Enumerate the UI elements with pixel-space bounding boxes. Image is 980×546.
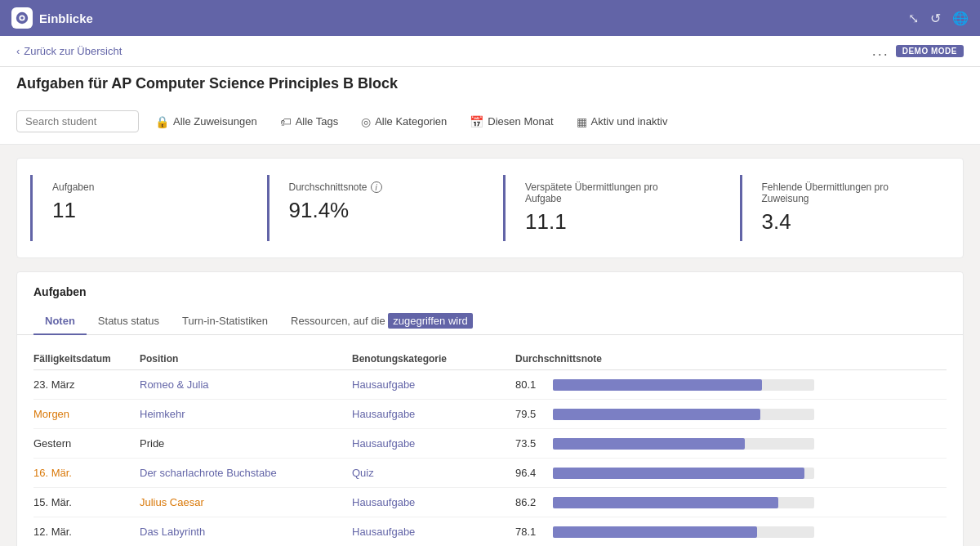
- demo-badge: DEMO MODE: [896, 45, 964, 57]
- table-row: 15. Mär. Julius Caesar Hausaufgabe 86.2: [33, 488, 947, 517]
- cell-avg: 79.5: [515, 408, 947, 420]
- table-row: 16. Mär. Der scharlachrote Buchstabe Qui…: [33, 459, 947, 488]
- cell-name[interactable]: Pride: [140, 437, 352, 450]
- cell-name[interactable]: Heimkehr: [140, 408, 352, 420]
- bar-track: [553, 379, 814, 391]
- cell-date: 23. März: [33, 378, 140, 391]
- filter-this-month-label: Diesen Monat: [488, 115, 553, 128]
- bar-value: 78.1: [515, 526, 546, 538]
- stat-label-0: Aufgaben: [52, 181, 221, 193]
- back-link[interactable]: ‹ Zurück zur Übersicht: [16, 45, 122, 57]
- top-bar-right: ⤡ ↺ 🌐: [908, 11, 969, 26]
- cell-category: Hausaufgabe: [352, 378, 515, 391]
- bar-fill: [553, 438, 745, 450]
- tag-icon: 🏷: [280, 115, 292, 128]
- cell-date: Morgen: [33, 408, 140, 420]
- top-bar: Einblicke ⤡ ↺ 🌐: [0, 0, 980, 36]
- top-bar-left: Einblicke: [11, 7, 93, 29]
- cell-name[interactable]: Romeo & Julia: [140, 378, 352, 391]
- table-row: 23. März Romeo & Julia Hausaufgabe 80.1: [33, 370, 947, 400]
- assignments-section-title: Aufgaben: [17, 285, 963, 308]
- col-header-category: Benotungskategorie: [352, 353, 515, 365]
- stat-value-3: 3.4: [762, 209, 931, 235]
- stat-card-0: Aufgaben 11: [30, 175, 241, 241]
- table-header: Fälligkeitsdatum Position Benotungskateg…: [33, 348, 947, 370]
- bar-track: [553, 409, 814, 420]
- filter-all-categories-label: Alle Kategorien: [375, 115, 447, 128]
- cell-name[interactable]: Julius Caesar: [140, 496, 352, 508]
- sub-header: ‹ Zurück zur Übersicht ... DEMO MODE: [0, 36, 980, 67]
- stat-card-1: Durchschnittsnote i 91.4%: [267, 175, 478, 241]
- filter-all-tags-label: Alle Tags: [296, 115, 339, 128]
- table-container: Fälligkeitsdatum Position Benotungskateg…: [17, 348, 963, 546]
- page-header: Aufgaben für AP Computer Science Princip…: [0, 67, 980, 102]
- search-input[interactable]: [16, 110, 139, 132]
- cell-category: Quiz: [352, 467, 515, 479]
- page-title: Aufgaben für AP Computer Science Princip…: [16, 75, 964, 102]
- filter-active-inactive[interactable]: ▦ Aktiv und inaktiv: [570, 112, 675, 132]
- table-body: 23. März Romeo & Julia Hausaufgabe 80.1 …: [33, 370, 947, 546]
- back-chevron-icon: ‹: [16, 45, 20, 57]
- stat-value-2: 11.1: [525, 209, 694, 235]
- bar-track: [553, 497, 814, 508]
- category-icon: ◎: [361, 115, 371, 128]
- cell-name[interactable]: Der scharlachrote Buchstabe: [140, 467, 352, 479]
- refresh-icon[interactable]: ↺: [930, 11, 941, 26]
- tab-resources[interactable]: Ressourcen, auf die zugegriffen wird: [279, 308, 484, 335]
- bar-value: 79.5: [515, 408, 546, 420]
- info-icon-avg[interactable]: i: [371, 181, 382, 193]
- stat-card-3: Fehlende Übermittlungen pro Zuweisung 3.…: [740, 175, 951, 241]
- stat-label-3: Fehlende Übermittlungen pro Zuweisung: [762, 181, 931, 204]
- more-options-button[interactable]: ...: [872, 43, 889, 60]
- cell-date: 12. Mär.: [33, 526, 140, 538]
- assignments-section: Aufgaben Noten Status status Turn-in-Sta…: [16, 271, 964, 546]
- stat-label-1: Durchschnittsnote i: [289, 181, 458, 193]
- toggle-icon: ▦: [577, 115, 587, 128]
- filter-all-tags[interactable]: 🏷 Alle Tags: [274, 112, 345, 132]
- expand-icon[interactable]: ⤡: [908, 11, 919, 26]
- bar-track: [553, 526, 814, 538]
- filter-this-month[interactable]: 📅 Diesen Monat: [463, 112, 559, 132]
- bar-value: 80.1: [515, 378, 546, 391]
- cell-avg: 78.1: [515, 526, 947, 538]
- table-row: Morgen Heimkehr Hausaufgabe 79.5: [33, 400, 947, 429]
- filter-all-assignments[interactable]: 🔒 Alle Zuweisungen: [149, 112, 264, 132]
- tab-turnin[interactable]: Turn-in-Statistiken: [171, 308, 279, 335]
- bar-value: 73.5: [515, 437, 546, 450]
- col-header-date: Fälligkeitsdatum: [33, 353, 140, 365]
- cell-category: Hausaufgabe: [352, 408, 515, 420]
- filter-all-assignments-label: Alle Zuweisungen: [173, 115, 257, 128]
- cell-avg: 96.4: [515, 467, 947, 479]
- svg-point-2: [20, 16, 24, 20]
- stat-card-2: Verspätete Übermittlungen pro Aufgabe 11…: [503, 175, 714, 241]
- filter-all-categories[interactable]: ◎ Alle Kategorien: [354, 112, 453, 132]
- cell-category: Hausaufgabe: [352, 496, 515, 508]
- filter-active-inactive-label: Aktiv und inaktiv: [591, 115, 668, 128]
- bar-track: [553, 468, 814, 479]
- bar-fill: [553, 379, 762, 391]
- bar-fill: [553, 497, 778, 508]
- calendar-icon: 📅: [470, 115, 483, 128]
- stat-value-0: 11: [52, 198, 221, 223]
- cell-avg: 86.2: [515, 496, 947, 508]
- tab-grades[interactable]: Noten: [33, 308, 87, 335]
- app-logo: [11, 7, 33, 29]
- col-header-name: Position: [140, 353, 352, 365]
- bar-fill: [553, 409, 760, 420]
- tab-status[interactable]: Status status: [87, 308, 171, 335]
- tabs: Noten Status status Turn-in-Statistiken …: [17, 308, 963, 335]
- cell-date: Gestern: [33, 437, 140, 450]
- cell-category: Hausaufgabe: [352, 526, 515, 538]
- logo-icon: [15, 11, 29, 25]
- bar-fill: [553, 526, 757, 538]
- bar-fill: [553, 468, 804, 479]
- stats-section: Aufgaben 11 Durchschnittsnote i 91.4% Ve…: [16, 158, 964, 258]
- cell-category: Hausaufgabe: [352, 437, 515, 450]
- cell-name[interactable]: Das Labyrinth: [140, 526, 352, 538]
- lock-icon: 🔒: [155, 115, 169, 128]
- back-label: Zurück zur Übersicht: [24, 45, 122, 57]
- bar-value: 96.4: [515, 467, 546, 479]
- col-header-avg: Durchschnittsnote: [515, 353, 947, 365]
- globe-icon[interactable]: 🌐: [952, 11, 969, 26]
- table-row: Gestern Pride Hausaufgabe 73.5: [33, 429, 947, 459]
